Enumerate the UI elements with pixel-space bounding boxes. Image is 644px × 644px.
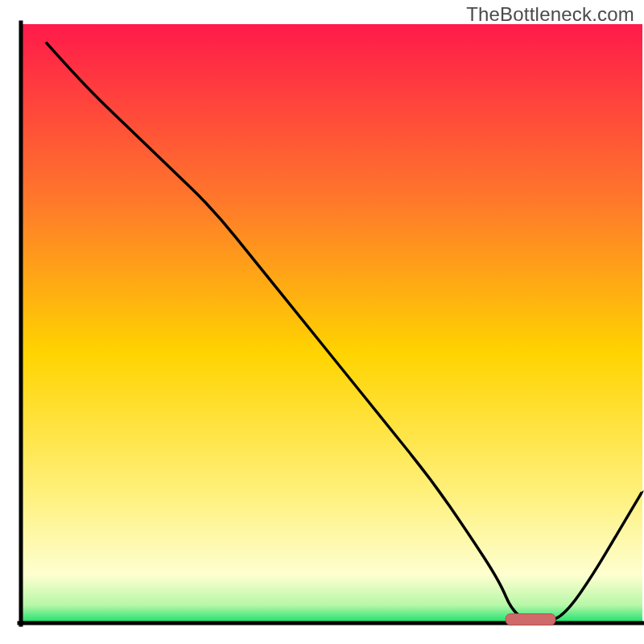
watermark-text: TheBottleneck.com	[466, 3, 634, 26]
chart-container: TheBottleneck.com	[0, 0, 644, 644]
bottleneck-chart	[0, 0, 644, 644]
optimum-marker	[506, 614, 555, 625]
